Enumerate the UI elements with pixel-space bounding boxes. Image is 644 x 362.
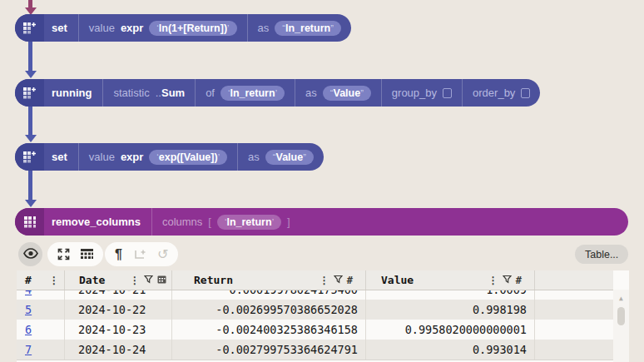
column-header-filler	[535, 270, 613, 290]
table-row: 7 2024-10-24 -0.002799753364624791 0.993…	[17, 340, 613, 360]
value-cell: 0.998198	[366, 300, 535, 320]
arg-sublabel: expr	[121, 22, 143, 34]
column-label: Value	[381, 274, 414, 286]
pilcrow-icon[interactable]: ¶	[115, 248, 122, 261]
quote: ”	[360, 88, 364, 98]
row-number-link[interactable]: 5	[25, 303, 32, 316]
expand-icon[interactable]	[57, 248, 70, 260]
row-number-link[interactable]: 4	[25, 290, 32, 296]
kebab-menu-icon[interactable]: ⋮	[320, 275, 329, 285]
node-arg-expr: value expr ‘exp([Value])’	[78, 143, 237, 171]
scroll-up-arrow[interactable]: ▲	[613, 295, 629, 302]
connector-2-3-arrowhead	[25, 135, 37, 142]
output-name-chip[interactable]: “Value”	[265, 150, 314, 165]
kebab-menu-icon[interactable]: ⋮	[488, 275, 498, 285]
bracket-open: [	[208, 216, 211, 228]
statistic-text: Sum	[161, 87, 185, 99]
vertical-scrollbar[interactable]: ▲	[613, 290, 629, 362]
empty-list-icon	[443, 88, 452, 98]
table-view-icon[interactable]	[81, 249, 93, 260]
filter-icon[interactable]	[334, 274, 343, 286]
eye-icon	[23, 247, 38, 262]
node-arg-as: as “ln_return”	[247, 14, 351, 42]
table-row: 5 2024-10-22 -0.002699570386652028 0.998…	[17, 300, 613, 320]
table-header-row: # ⋮ Date ⋮ Return ⋮ # Value	[17, 270, 613, 290]
connector-2-3	[28, 107, 32, 136]
node-op-label: remove_columns	[44, 208, 151, 236]
as-label: as	[305, 87, 317, 99]
quote: ’	[218, 152, 220, 162]
undo-icon[interactable]: ↺	[157, 248, 168, 261]
data-preview-table: # ⋮ Date ⋮ Return ⋮ # Value	[17, 270, 629, 362]
arg-label: statistic	[113, 87, 149, 99]
value-cell: 0.9958020000000001	[366, 320, 535, 340]
column-header-return[interactable]: Return ⋮ #	[172, 270, 366, 290]
quote: ’	[272, 217, 274, 227]
node-op-label: set	[44, 143, 78, 171]
column-chip[interactable]: ‘ln_return’	[217, 215, 281, 230]
statistic-value[interactable]: ..Sum	[156, 87, 185, 99]
value-cell: 1.0009	[366, 290, 535, 300]
scrollbar-thumb[interactable]	[617, 307, 625, 325]
output-name-text: Value	[276, 151, 304, 163]
column-label: Return	[194, 274, 233, 286]
node-arg-order-by[interactable]: order_by	[462, 79, 540, 107]
node-op-label: set	[44, 14, 78, 42]
node-arg-group-by[interactable]: group_by	[381, 79, 462, 107]
kebab-menu-icon[interactable]: ⋮	[130, 275, 140, 285]
group-by-label: group_by	[392, 87, 437, 99]
source-column-chip[interactable]: ‘ln_return’	[220, 86, 285, 101]
bracket-close: ]	[287, 216, 290, 228]
column-header-index[interactable]: # ⋮	[17, 270, 65, 290]
arg-label: value	[89, 22, 115, 34]
of-label: of	[206, 87, 215, 99]
pipeline-node-remove-columns[interactable]: remove_columns columns [ ‘ln_return’ ]	[15, 208, 628, 236]
return-cell: -0.002400325386346158	[172, 320, 366, 340]
numeric-type-icon: #	[347, 275, 353, 286]
node-arg-as: as “Value”	[237, 143, 324, 171]
pipeline-node-running-sum[interactable]: running statistic ..Sum of ‘ln_return’ a…	[15, 79, 540, 107]
kebab-menu-icon[interactable]: ⋮	[49, 275, 59, 285]
filter-icon[interactable]	[144, 274, 153, 286]
table-body: 4 2024-10-21 0.00019978024175400 1.0009 …	[17, 290, 613, 362]
column-header-date[interactable]: Date ⋮	[65, 270, 172, 290]
order-by-label: order_by	[473, 87, 515, 99]
format-tool-group: ¶ ↺	[105, 242, 178, 266]
pipeline-editor: set value expr ‘ln(1+[Return])’ as “ln_r…	[0, 0, 644, 362]
node-arg-as: as “Value”	[295, 79, 381, 107]
connector-1-2	[28, 42, 32, 72]
node-arg-of: of ‘ln_return’	[195, 79, 295, 107]
arg-sublabel: expr	[121, 151, 143, 163]
quote: ’	[275, 88, 277, 98]
calendar-icon	[157, 274, 166, 286]
column-label: #	[25, 274, 32, 286]
node-arg-statistic: statistic ..Sum	[102, 79, 195, 107]
return-cell: 0.00019978024175400	[172, 290, 366, 300]
add-chart-icon[interactable]	[133, 248, 146, 260]
pipeline-node-set-exp[interactable]: set value expr ‘exp([Value])’ as “Value”	[15, 143, 324, 171]
column-header-value[interactable]: Value ⋮ #	[366, 270, 535, 290]
output-name-chip[interactable]: “Value”	[323, 86, 371, 101]
source-column-text: ln_return	[230, 87, 275, 99]
expr-chip[interactable]: ‘ln(1+[Return])’	[149, 21, 236, 36]
row-number-link[interactable]: 6	[25, 323, 32, 336]
expr-text: ln(1+[Return])	[159, 22, 227, 34]
table-menu-button[interactable]: Table...	[575, 245, 628, 264]
empty-list-icon	[521, 88, 530, 98]
quote: ”	[303, 152, 306, 162]
quote: ”	[330, 23, 334, 33]
column-text: ln_return	[226, 216, 271, 228]
filter-icon[interactable]	[503, 274, 512, 286]
date-cell: 2024-10-21	[65, 290, 172, 300]
as-label: as	[248, 151, 260, 163]
row-number-link[interactable]: 7	[25, 343, 32, 356]
preview-toggle-button[interactable]	[18, 242, 42, 266]
pipeline-node-set-ln-return[interactable]: set value expr ‘ln(1+[Return])’ as “ln_r…	[15, 14, 351, 42]
numeric-type-icon: #	[516, 275, 522, 286]
expr-chip[interactable]: ‘exp([Value])’	[149, 150, 227, 165]
quote: ’	[227, 23, 229, 33]
date-cell: 2024-10-23	[65, 320, 172, 340]
output-name-chip[interactable]: “ln_return”	[275, 21, 341, 36]
connector-1-2-arrowhead	[25, 71, 37, 78]
connector-3-4	[28, 171, 32, 201]
